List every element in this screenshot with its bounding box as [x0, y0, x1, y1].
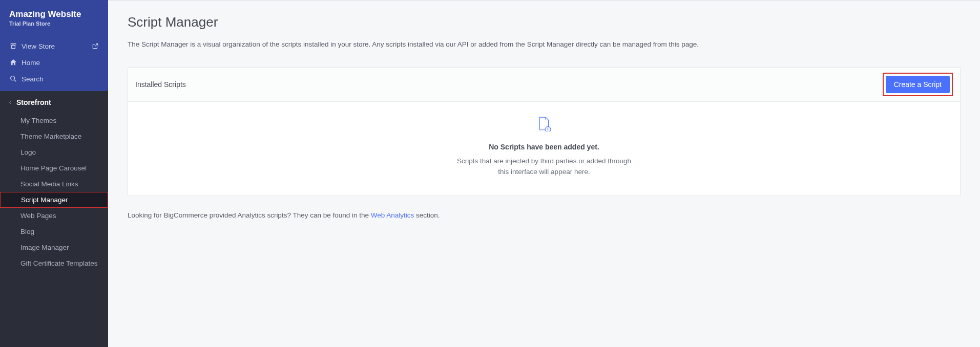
main-content: Script Manager The Script Manager is a v…: [108, 0, 980, 347]
panel-header: Installed Scripts Create a Script: [128, 68, 960, 102]
home-icon: [9, 58, 17, 67]
nav-search[interactable]: Search: [0, 71, 108, 87]
subnav-item-theme-marketplace[interactable]: Theme Marketplace: [0, 128, 108, 144]
nav-view-store[interactable]: View Store: [0, 38, 108, 54]
external-link-icon: [92, 42, 99, 50]
subnav-item-web-pages[interactable]: Web Pages: [0, 208, 108, 224]
site-header: Amazing Website Trial Plan Store: [0, 0, 108, 32]
nav-view-store-label: View Store: [22, 42, 92, 50]
document-alert-icon: [537, 116, 551, 132]
create-script-highlight: Create a Script: [883, 73, 953, 96]
site-plan: Trial Plan Store: [9, 20, 99, 27]
subnav-item-blog[interactable]: Blog: [0, 224, 108, 240]
subnav-item-script-manager[interactable]: Script Manager: [0, 192, 108, 208]
svg-line-1: [14, 80, 16, 81]
sidebar: Amazing Website Trial Plan Store View St…: [0, 0, 108, 347]
nav-home-label: Home: [22, 59, 99, 67]
footer-note-prefix: Looking for BigCommerce provided Analyti…: [128, 211, 371, 219]
subnav-item-social-media-links[interactable]: Social Media Links: [0, 176, 108, 192]
installed-scripts-panel: Installed Scripts Create a Script No Scr…: [128, 67, 961, 196]
footer-note: Looking for BigCommerce provided Analyti…: [128, 211, 961, 219]
subnav-item-image-manager[interactable]: Image Manager: [0, 240, 108, 255]
subnav-item-my-themes[interactable]: My Themes: [0, 113, 108, 128]
subnav-item-gift-certificate-templates[interactable]: Gift Certificate Templates: [0, 255, 108, 271]
page-description: The Script Manager is a visual organizat…: [128, 39, 961, 50]
page-title: Script Manager: [128, 14, 961, 30]
storefront-icon: [9, 42, 17, 50]
top-nav: View Store Home Search: [0, 38, 108, 87]
sidebar-section-label: Storefront: [16, 98, 51, 106]
nav-search-label: Search: [22, 75, 99, 83]
create-script-button[interactable]: Create a Script: [886, 76, 950, 93]
subnav-item-logo[interactable]: Logo: [0, 144, 108, 160]
search-icon: [9, 75, 17, 83]
sidebar-subnav: My Themes Theme Marketplace Logo Home Pa…: [0, 113, 108, 271]
footer-note-suffix: section.: [414, 211, 440, 219]
sidebar-section-storefront[interactable]: Storefront: [0, 91, 108, 113]
panel-body: No Scripts have been added yet. Scripts …: [128, 102, 960, 196]
sidebar-top: Amazing Website Trial Plan Store View St…: [0, 0, 108, 91]
subnav-item-home-page-carousel[interactable]: Home Page Carousel: [0, 160, 108, 176]
panel-title: Installed Scripts: [135, 80, 186, 89]
svg-point-4: [548, 131, 549, 132]
site-name: Amazing Website: [9, 9, 99, 19]
empty-state-description: Scripts that are injected by third parti…: [457, 156, 631, 177]
web-analytics-link[interactable]: Web Analytics: [371, 211, 414, 219]
chevron-left-icon: [7, 99, 14, 105]
empty-state-title: No Scripts have been added yet.: [138, 143, 950, 151]
nav-home[interactable]: Home: [0, 54, 108, 71]
svg-point-0: [11, 76, 15, 80]
